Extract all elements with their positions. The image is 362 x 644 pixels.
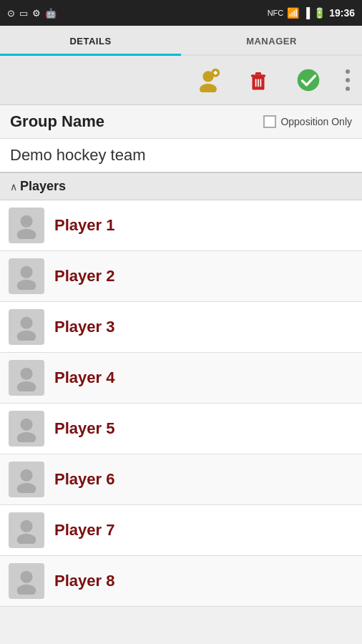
svg-point-24 [17, 432, 36, 442]
players-title: Players [20, 179, 66, 194]
player-avatar [9, 258, 44, 294]
svg-point-30 [17, 585, 36, 595]
svg-point-21 [20, 368, 32, 380]
player-row[interactable]: Player 4 [0, 353, 362, 404]
group-name-input-row [0, 139, 362, 173]
player-list: Player 1 Player 2 Player 3 Player 4 Play… [0, 200, 362, 607]
add-person-button[interactable] [183, 62, 233, 99]
wifi-icon: 📶 [287, 7, 299, 19]
more-options-button[interactable] [333, 62, 362, 99]
player-name: Player 2 [54, 267, 114, 286]
svg-point-13 [346, 78, 350, 82]
player-avatar [9, 309, 44, 345]
tab-bar: DETAILS MANAGER [0, 26, 362, 56]
svg-rect-9 [258, 79, 259, 87]
more-icon [344, 68, 351, 92]
player-row[interactable]: Player 7 [0, 505, 362, 556]
group-name-label: Group Name [10, 112, 263, 131]
signal-icon: ▐ [303, 7, 310, 19]
player-row[interactable]: Player 5 [0, 404, 362, 454]
svg-rect-7 [255, 72, 262, 74]
player-row[interactable]: Player 3 [0, 302, 362, 353]
svg-point-26 [17, 483, 36, 493]
svg-point-12 [346, 69, 350, 74]
group-name-input[interactable] [10, 146, 352, 165]
battery-icon: 🔋 [313, 7, 326, 19]
confirm-button[interactable] [283, 62, 333, 99]
tab-details[interactable]: DETAILS [0, 26, 181, 56]
svg-point-17 [20, 266, 32, 278]
trash-icon [246, 68, 270, 92]
svg-point-27 [20, 520, 32, 532]
player-row[interactable]: Player 8 [0, 556, 362, 607]
add-person-icon [196, 68, 220, 92]
player-avatar [9, 462, 44, 497]
status-right-icons: NFC 📶 ▐ 🔋 19:36 [268, 7, 355, 19]
usb-icon: ⚙ [32, 8, 41, 19]
opposition-only-label: Opposition Only [280, 116, 352, 127]
player-row[interactable]: Player 2 [0, 251, 362, 302]
svg-point-23 [20, 419, 32, 431]
player-avatar [9, 360, 44, 396]
players-section-header[interactable]: ∧ Players [0, 173, 362, 200]
player-avatar [9, 208, 44, 243]
svg-rect-8 [255, 79, 257, 87]
android-icon: 🤖 [45, 8, 57, 19]
svg-rect-6 [251, 74, 265, 77]
battery-charging-icon: ▭ [19, 8, 28, 19]
nfc-label: NFC [268, 9, 284, 17]
svg-point-16 [17, 229, 36, 239]
toolbar [0, 56, 362, 105]
status-bar: ⊙ ▭ ⚙ 🤖 NFC 📶 ▐ 🔋 19:36 [0, 0, 362, 26]
opposition-only-section[interactable]: Opposition Only [263, 115, 352, 128]
checkmark-icon [296, 68, 321, 92]
player-name: Player 3 [54, 318, 114, 336]
svg-point-29 [20, 571, 32, 583]
svg-point-25 [20, 469, 32, 482]
svg-point-20 [17, 331, 36, 341]
svg-point-14 [346, 87, 350, 91]
svg-point-28 [17, 534, 36, 544]
player-name: Player 7 [54, 521, 114, 540]
tab-manager[interactable]: MANAGER [181, 26, 362, 54]
svg-point-15 [20, 215, 32, 228]
players-chevron-icon: ∧ [10, 181, 17, 192]
svg-rect-4 [215, 71, 217, 74]
time-display: 19:36 [329, 7, 355, 19]
svg-point-22 [17, 381, 36, 391]
svg-point-19 [20, 317, 32, 329]
svg-rect-10 [260, 79, 262, 87]
opposition-only-checkbox[interactable] [263, 115, 276, 128]
status-left-icons: ⊙ ▭ ⚙ 🤖 [7, 8, 57, 19]
player-avatar [9, 512, 44, 548]
svg-point-11 [298, 69, 320, 92]
delete-button[interactable] [233, 62, 283, 99]
group-name-row: Group Name Opposition Only [0, 105, 362, 139]
player-name: Player 4 [54, 369, 114, 387]
player-avatar [9, 563, 44, 599]
player-name: Player 1 [54, 216, 114, 235]
svg-point-18 [17, 280, 36, 290]
player-name: Player 5 [54, 419, 114, 438]
player-row[interactable]: Player 6 [0, 454, 362, 505]
player-name: Player 8 [54, 572, 114, 590]
player-avatar [9, 411, 44, 447]
app-icon-1: ⊙ [7, 8, 15, 19]
svg-point-1 [200, 84, 217, 92]
player-row[interactable]: Player 1 [0, 200, 362, 251]
player-name: Player 6 [54, 470, 114, 489]
